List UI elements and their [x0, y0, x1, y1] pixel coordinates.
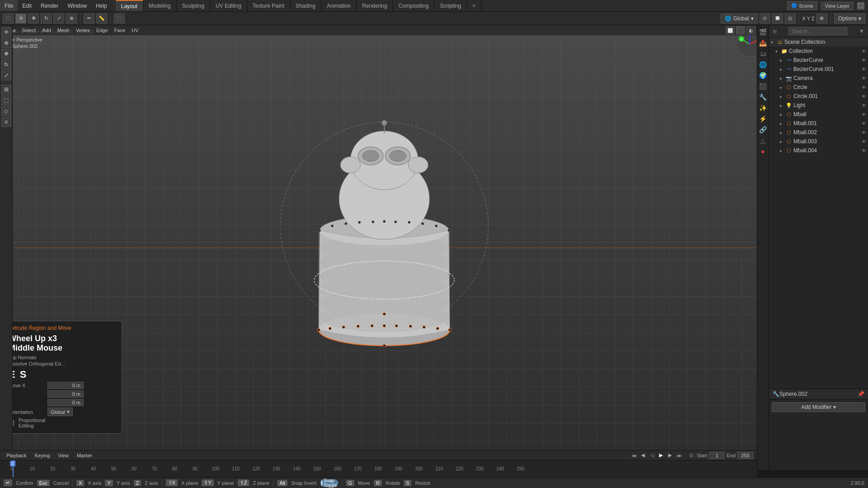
tl-jump-start[interactable]: ⏮	[630, 452, 637, 459]
timeline-frames[interactable]: 0 0 10 20 30 40 50 60 70 80 90 100 110 1…	[0, 460, 757, 477]
tab-add[interactable]: +	[467, 0, 481, 11]
outliner-item-circle001[interactable]: ▸ ⬡ Circle.001 👁	[769, 92, 868, 101]
move-tool[interactable]: ✥	[28, 14, 39, 23]
snap-btn[interactable]: 🔲	[772, 14, 783, 23]
vis-icon[interactable]: 👁	[862, 121, 866, 126]
vmt-vertex[interactable]: Vertex	[74, 27, 92, 33]
scale-tool[interactable]: ⤢	[53, 14, 64, 23]
select-box-tool[interactable]: ⬚	[3, 14, 14, 23]
wireframe-toggle[interactable]: ⬜	[726, 26, 735, 34]
tl-view[interactable]: View	[55, 453, 71, 458]
move-tool-v[interactable]: ✥	[1, 49, 11, 59]
cursor-tool[interactable]: ✛	[15, 14, 26, 23]
vmt-add[interactable]: Add	[40, 27, 53, 33]
transform-pivot-btn[interactable]: ⊙	[760, 14, 770, 23]
move-y-value[interactable]: 0 m	[47, 390, 84, 398]
menu-window[interactable]: Window	[63, 0, 91, 11]
props-icon-physics[interactable]: ⚡	[758, 114, 768, 124]
rotate-tool-v[interactable]: ↻	[1, 60, 11, 70]
props-icon-object[interactable]: ⬛	[758, 81, 768, 91]
props-icon-view-layer[interactable]: 🗂	[758, 49, 768, 59]
tl-keying[interactable]: Keying	[32, 453, 53, 458]
outliner-item-mball004[interactable]: ▸ ⬡ Mball.004 👁	[769, 146, 868, 155]
transform-orientation-selector[interactable]: 🌐 Global ▾	[721, 14, 758, 23]
vis-icon[interactable]: 👁	[862, 112, 866, 117]
tl-prev-frame[interactable]: ◀	[639, 452, 646, 459]
props-icon-world[interactable]: 🌍	[758, 70, 768, 80]
menu-file[interactable]: File	[0, 0, 18, 11]
tab-uv-editing[interactable]: UV Editing	[210, 0, 247, 11]
start-frame-input[interactable]	[709, 452, 725, 459]
vmt-uv[interactable]: UV	[129, 27, 141, 33]
add-cube-tool[interactable]: ⬛	[114, 14, 125, 23]
vis-icon[interactable]: 👁	[862, 130, 866, 135]
tab-animation[interactable]: Animation	[321, 0, 357, 11]
vmt-select[interactable]: Select	[20, 27, 38, 33]
snap-toggle[interactable]: Snap Toggle	[320, 479, 338, 487]
tab-sculpting[interactable]: Sculpting	[177, 0, 210, 11]
material-toggle[interactable]: ◐	[746, 26, 755, 34]
bevel-tool[interactable]: ◇	[1, 106, 11, 116]
outliner-item-camera[interactable]: ▸ 📷 Camera 👁	[769, 74, 868, 83]
props-icon-data[interactable]: △	[758, 136, 768, 145]
tl-playback[interactable]: Playback	[4, 453, 29, 458]
tab-scripting[interactable]: Scripting	[434, 0, 467, 11]
gizmo-toggle[interactable]: ⊕	[816, 14, 827, 23]
outliner-scene-collection[interactable]: ▾ 🗂 Scene Collection	[769, 38, 868, 47]
outliner-filter-btn[interactable]: ▼	[859, 28, 864, 34]
vis-icon[interactable]: 👁	[862, 76, 866, 81]
move-x-value[interactable]: 0 m	[47, 382, 84, 389]
vmt-edge[interactable]: Edge	[94, 27, 110, 33]
vmt-mesh[interactable]: Mesh	[55, 27, 72, 33]
props-icon-material[interactable]: ●	[758, 146, 768, 156]
outliner-item-light[interactable]: ▸ 💡 Light 👁	[769, 101, 868, 110]
outliner-collection[interactable]: ▾ 📁 Collection 👁	[769, 47, 868, 56]
props-icon-scene[interactable]: 🌐	[758, 60, 768, 70]
solid-toggle[interactable]: ⬛	[736, 26, 745, 34]
outliner-item-mball003[interactable]: ▸ ⬡ Mball.003 👁	[769, 137, 868, 146]
tab-shading[interactable]: Shading	[290, 0, 321, 11]
scale-tool-v[interactable]: ⤢	[1, 70, 11, 80]
vis-icon[interactable]: 👁	[862, 103, 866, 108]
outliner-item-beziercurve[interactable]: ▸ 〜 BezierCurve 👁	[769, 56, 868, 65]
select-tool[interactable]: ✛	[1, 27, 11, 37]
tab-layout[interactable]: Layout	[116, 0, 143, 11]
end-frame-input[interactable]	[737, 452, 753, 459]
props-icon-constraints[interactable]: 🔗	[758, 125, 768, 135]
loop-cut-tool[interactable]: ≡	[1, 117, 11, 127]
collection-vis-icon[interactable]: 👁	[862, 49, 866, 54]
props-icon-particles[interactable]: ✨	[758, 103, 768, 113]
tab-rendering[interactable]: Rendering	[357, 0, 393, 11]
tl-jump-end[interactable]: ⏭	[675, 452, 683, 459]
view-layer-selector[interactable]: View Layer	[821, 2, 854, 10]
add-modifier-button[interactable]: Add Modifier ▾	[772, 402, 865, 412]
vis-icon[interactable]: 👁	[862, 58, 866, 63]
proportional-edit-btn[interactable]: ◎	[785, 14, 796, 23]
annotate-tool[interactable]: ✏	[84, 14, 94, 23]
move-z-value[interactable]: 0 m	[47, 399, 84, 406]
vis-icon[interactable]: 👁	[862, 94, 866, 99]
menu-help[interactable]: Help	[91, 0, 112, 11]
tab-modeling[interactable]: Modeling	[143, 0, 177, 11]
menu-render[interactable]: Render	[36, 0, 63, 11]
measure-tool[interactable]: 📏	[96, 14, 107, 23]
tab-texture-paint[interactable]: Texture Paint	[247, 0, 290, 11]
properties-pin-btn[interactable]: 📌	[858, 391, 864, 397]
tab-compositing[interactable]: Compositing	[393, 0, 434, 11]
tl-play[interactable]: ▶	[657, 452, 665, 459]
tl-next-frame[interactable]: ▶	[666, 452, 674, 459]
render-engine-selector[interactable]: 🔵 Scene	[787, 1, 817, 10]
vis-icon[interactable]: 👁	[862, 85, 866, 90]
outliner-item-mball[interactable]: ▸ ⬡ Mball 👁	[769, 110, 868, 119]
cursor-tool-v[interactable]: ⊕	[1, 38, 11, 48]
vis-icon[interactable]: 👁	[862, 67, 866, 72]
rotate-tool[interactable]: ↻	[41, 14, 52, 23]
transform-tool[interactable]: ⊕	[66, 14, 77, 23]
extrude-tool[interactable]: ⊞	[1, 84, 11, 94]
outliner-search-input[interactable]	[788, 27, 847, 35]
outliner-item-beziercurve001[interactable]: ▸ 〜 BezierCurve.001 👁	[769, 65, 868, 74]
props-icon-modifier[interactable]: 🔧	[758, 92, 768, 102]
outliner-item-mball001[interactable]: ▸ ⬡ Mball.001 👁	[769, 119, 868, 128]
props-icon-output[interactable]: 📤	[758, 38, 768, 48]
vis-icon[interactable]: 👁	[862, 148, 866, 153]
